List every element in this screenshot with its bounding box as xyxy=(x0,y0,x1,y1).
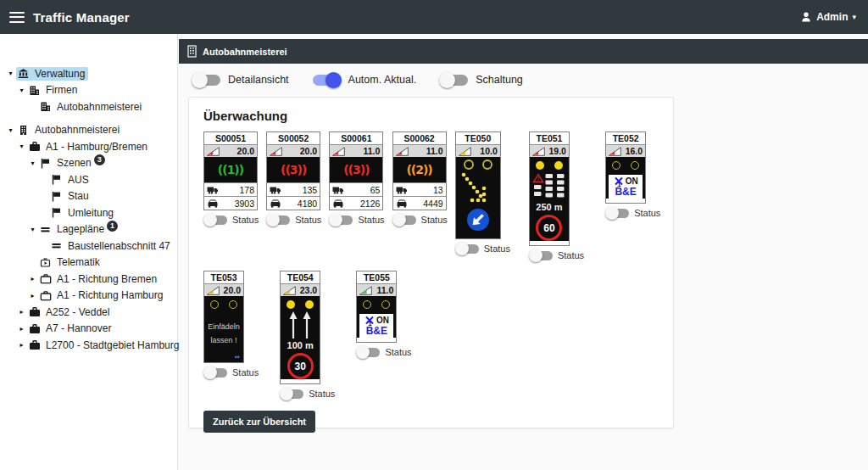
collapse-arrow-icon[interactable]: ▾ xyxy=(27,159,38,167)
switch-off[interactable] xyxy=(530,251,553,260)
switch-off[interactable] xyxy=(456,244,479,254)
led-display: ((1)) xyxy=(204,157,257,182)
sign-panel[interactable]: S00051 20.0 ((1)) 178 xyxy=(203,131,258,210)
expand-arrow-icon[interactable]: ▸ xyxy=(16,308,27,316)
expand-arrow-icon[interactable]: ▸ xyxy=(16,341,27,349)
sign-column-s00051: S00051 20.0 ((1)) 178 xyxy=(203,131,259,225)
status-toggle[interactable]: Status xyxy=(267,215,321,225)
signal-value: 11.0 xyxy=(364,146,381,156)
briefcase-icon xyxy=(29,323,42,334)
sidebar-item-a7-hannover[interactable]: ▸ A7 - Hannover xyxy=(0,321,177,338)
sidebar-item-a252-veddel[interactable]: ▸ A252 - Veddel xyxy=(0,304,177,321)
collapse-arrow-icon[interactable]: ▾ xyxy=(5,126,16,134)
status-toggle[interactable]: Status xyxy=(281,389,335,399)
expand-arrow-icon[interactable]: ▸ xyxy=(27,275,38,283)
status-toggle[interactable]: Status xyxy=(456,243,510,254)
sidebar-item-stau[interactable]: Stau xyxy=(0,188,177,205)
status-toggle[interactable]: Status xyxy=(204,215,259,225)
sidebar-item-firmen[interactable]: ▾ Firmen xyxy=(0,82,177,99)
expand-arrow-icon[interactable]: ▸ xyxy=(27,292,38,299)
signal-value: 11.0 xyxy=(426,146,443,156)
sidebar-item-lagepläne[interactable]: ▾ Lagepläne 1 xyxy=(0,221,177,238)
sidebar-item-label: A1 - Richtung Hamburg xyxy=(57,289,163,301)
briefcase-icon xyxy=(29,306,42,317)
lane-arrow-display xyxy=(456,157,500,238)
switch-off[interactable] xyxy=(192,75,220,86)
switch-off[interactable] xyxy=(267,215,290,225)
sidebar-item-label: A1 - Hamburg/Bremen xyxy=(46,141,147,153)
car-count: 4449 xyxy=(423,199,442,209)
sidebar-item-aus[interactable]: AUS xyxy=(0,171,177,188)
distance-text: 100 m xyxy=(281,340,320,350)
signal-row: 11.0 xyxy=(357,283,396,296)
sidebar-item-l2700-stadtgebiet-hamburg[interactable]: ▸ L2700 - Stadtgebiet Hamburg xyxy=(0,337,177,354)
collapse-arrow-icon[interactable]: ▾ xyxy=(16,87,27,94)
back-to-overview-button[interactable]: Zurück zur Übersicht xyxy=(203,411,315,433)
sign-panel[interactable]: S00052 20.0 ((3)) 135 xyxy=(266,131,320,210)
switch-off[interactable] xyxy=(204,368,227,378)
sidebar-item-autobahnmeisterei-company[interactable]: Autobahnmeisterei xyxy=(0,98,177,115)
status-label: Status xyxy=(421,215,448,225)
collapse-arrow-icon[interactable]: ▾ xyxy=(27,226,38,233)
status-toggle[interactable]: Status xyxy=(357,347,411,357)
switch-off[interactable] xyxy=(281,389,303,399)
status-toggle[interactable]: Status xyxy=(606,208,660,218)
ueberwachung-card: Überwachung S00051 20.0 ((1)) xyxy=(188,97,674,428)
speed-limit-sign: 30 xyxy=(287,353,314,379)
sign-panel[interactable]: TE055 11.0 xyxy=(356,271,397,343)
be-radio-box: 1 ON B&E xyxy=(359,314,393,338)
briefcase-icon xyxy=(29,339,42,350)
sidebar-item-verwaltung[interactable]: ▾ Verwaltung xyxy=(0,65,177,82)
sign-column-te055: TE055 11.0 xyxy=(356,271,411,357)
sign-column-te053: TE053 20.0 Einfädeln lassen ! •• xyxy=(203,271,259,378)
toggle-autom-aktual[interactable]: Autom. Aktual. xyxy=(313,74,417,86)
sign-panel[interactable]: S00061 11.0 ((3)) 65 xyxy=(329,131,383,210)
status-toggle[interactable]: Status xyxy=(393,215,448,225)
switch-off[interactable] xyxy=(330,215,353,225)
sidebar-item-autobahnmeisterei-root[interactable]: ▾ Autobahnmeisterei xyxy=(0,122,177,139)
expand-arrow-icon[interactable]: ▸ xyxy=(16,325,27,333)
collapse-arrow-icon[interactable]: ▾ xyxy=(5,70,16,77)
sign-panel[interactable]: TE051 19.0 ! xyxy=(529,131,570,246)
sign-panel[interactable]: TE050 10.0 xyxy=(455,131,501,239)
sign-panel[interactable]: S00062 11.0 ((2)) 13 xyxy=(392,131,447,210)
toggle-schaltung[interactable]: Schaltung xyxy=(440,74,523,86)
sign-panel[interactable]: TE053 20.0 Einfädeln lassen ! •• xyxy=(203,271,244,363)
sidebar-item-label: Szenen xyxy=(57,157,92,169)
app-bar: Traffic Manager Admin ▾ xyxy=(0,0,868,34)
menu-hamburger-icon[interactable] xyxy=(9,12,25,23)
switch-off[interactable] xyxy=(393,215,416,225)
switch-off[interactable] xyxy=(357,348,380,357)
switch-on[interactable] xyxy=(313,75,341,86)
signal-level-icon xyxy=(283,286,296,295)
status-toggle[interactable]: Status xyxy=(330,215,384,225)
signal-level-icon xyxy=(609,147,621,156)
user-menu[interactable]: Admin ▾ xyxy=(800,11,856,23)
sidebar-item-a1-richtung-bremen[interactable]: ▸ A1 - Richtung Bremen xyxy=(0,271,177,288)
display-text-line2: lassen ! xyxy=(204,334,243,346)
lane-open-display: 100 m 30 xyxy=(281,296,320,379)
sidebar-item-a1-richtung-hamburg[interactable]: ▸ A1 - Richtung Hamburg xyxy=(0,288,177,305)
collapse-arrow-icon[interactable]: ▾ xyxy=(16,143,27,150)
sidebar-item-umleitung[interactable]: Umleitung xyxy=(0,204,177,221)
sidebar-item-a1-hamburg-bremen[interactable]: ▾ A1 - Hamburg/Bremen xyxy=(0,138,177,155)
status-toggle[interactable]: Status xyxy=(204,367,259,378)
switch-off[interactable] xyxy=(204,215,227,225)
navigation-sidebar: ▾ Verwaltung ▾ Firmen Autobahnmeisterei … xyxy=(0,34,178,470)
truck-icon xyxy=(396,185,408,194)
svg-text:!: ! xyxy=(537,176,539,182)
led-state: ((3)) xyxy=(343,163,369,176)
sidebar-item-baustellenabschnitt-47[interactable]: Baustellenabschnitt 47 xyxy=(0,238,177,255)
sign-panel[interactable]: TE054 23.0 100 m xyxy=(280,271,320,384)
status-toggle[interactable]: Status xyxy=(530,250,584,260)
bank-icon xyxy=(18,68,31,79)
sidebar-item-label: L2700 - Stadtgebiet Hamburg xyxy=(46,339,179,351)
switch-off[interactable] xyxy=(440,75,468,86)
switch-off[interactable] xyxy=(606,209,629,218)
sidebar-item-szenen[interactable]: ▾ Szenen 3 xyxy=(0,155,177,172)
toggle-detailansicht[interactable]: Detailansicht xyxy=(192,74,289,86)
sign-column-s00052: S00052 20.0 ((3)) 135 xyxy=(266,131,321,225)
sidebar-item-telematik[interactable]: Telematik xyxy=(0,255,177,271)
sign-panel[interactable]: TE052 16.0 xyxy=(605,131,646,204)
sign-panel-row-1: S00051 20.0 ((1)) 178 xyxy=(203,131,663,260)
